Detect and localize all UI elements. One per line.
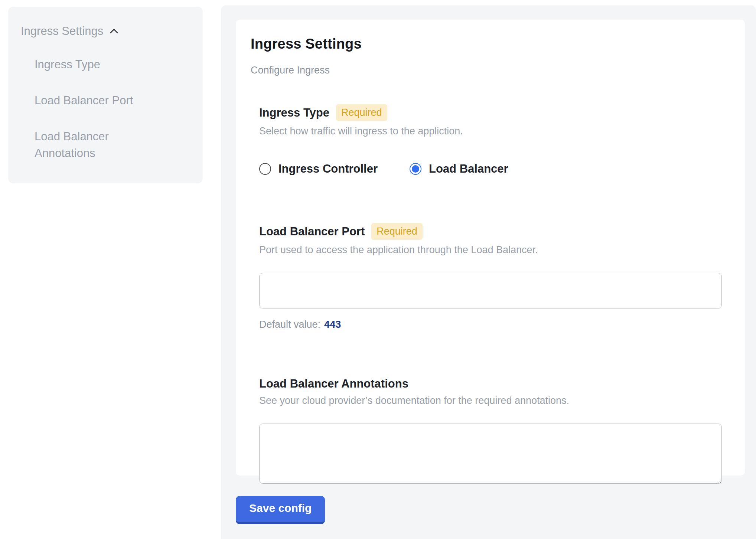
page-subtitle: Configure Ingress (251, 65, 730, 76)
default-value-line: Default value:443 (259, 319, 721, 330)
radio-option-load-balancer[interactable]: Load Balancer (410, 162, 508, 176)
radio-label-load-balancer: Load Balancer (429, 162, 508, 176)
radio-ingress-controller[interactable] (259, 163, 271, 175)
sidebar-section-ingress-settings[interactable]: Ingress Settings (21, 24, 188, 38)
radio-label-ingress-controller: Ingress Controller (278, 162, 378, 176)
lb-port-description: Port used to access the application thro… (259, 244, 721, 256)
required-badge: Required (336, 104, 387, 121)
sidebar-item-load-balancer-port[interactable]: Load Balancer Port (35, 92, 151, 109)
radio-load-balancer[interactable] (410, 163, 421, 175)
lb-annotations-label: Load Balancer Annotations (259, 377, 408, 391)
page-title: Ingress Settings (251, 36, 730, 52)
radio-option-ingress-controller[interactable]: Ingress Controller (259, 162, 378, 176)
sidebar-item-ingress-type[interactable]: Ingress Type (35, 56, 151, 73)
default-value-label: Default value: (259, 319, 320, 330)
sidebar-item-load-balancer-annotations[interactable]: Load Balancer Annotations (35, 128, 151, 162)
lb-port-label: Load Balancer Port (259, 225, 365, 238)
field-ingress-type: Ingress Type Required Select how traffic… (259, 104, 721, 176)
chevron-up-icon (108, 26, 120, 37)
field-load-balancer-annotations: Load Balancer Annotations See your cloud… (259, 377, 721, 484)
settings-sidebar: Ingress Settings Ingress Type Load Balan… (8, 7, 203, 183)
sidebar-section-label: Ingress Settings (21, 24, 103, 38)
field-load-balancer-port: Load Balancer Port Required Port used to… (259, 223, 721, 330)
default-value: 443 (324, 319, 341, 330)
lb-annotations-description: See your cloud provider’s documentation … (259, 395, 721, 406)
save-config-button[interactable]: Save config (236, 496, 325, 524)
ingress-type-label: Ingress Type (259, 106, 329, 120)
required-badge: Required (371, 223, 423, 240)
main-panel: Ingress Settings Configure Ingress Ingre… (221, 5, 756, 539)
load-balancer-port-input[interactable] (259, 273, 722, 308)
ingress-type-description: Select how traffic will ingress to the a… (259, 125, 721, 137)
ingress-settings-card: Ingress Settings Configure Ingress Ingre… (236, 20, 745, 476)
sidebar-item-list: Ingress Type Load Balancer Port Load Bal… (21, 56, 188, 162)
load-balancer-annotations-textarea[interactable] (259, 424, 722, 484)
ingress-type-radio-group: Ingress Controller Load Balancer (259, 162, 721, 176)
